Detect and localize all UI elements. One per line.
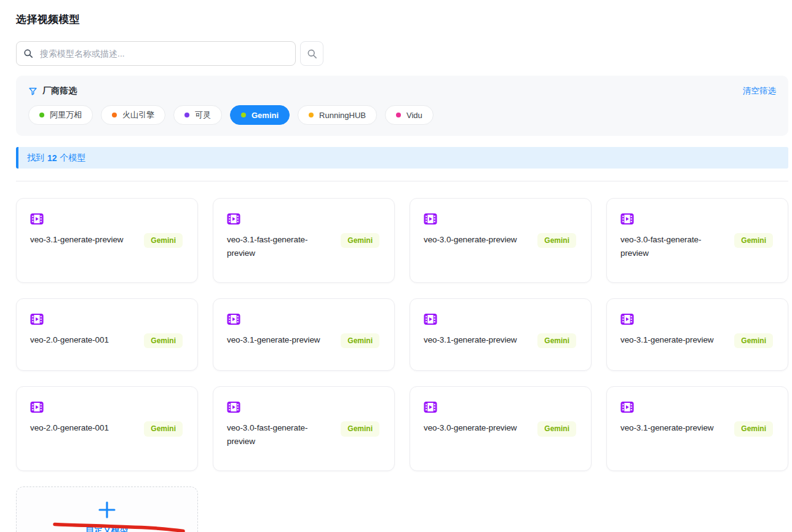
vendor-chip[interactable]: 可灵 [173,105,222,125]
model-name: veo-3.0-generate-preview [424,421,517,435]
film-video-icon [424,312,576,326]
model-card[interactable]: veo-3.1-generate-preview Gemini [16,198,198,283]
vendor-filter-panel: 厂商筛选 清空筛选 阿里万相 火山引擎 可灵 Gemini RunningHUB… [16,76,788,136]
section-divider [16,181,788,181]
film-video-icon [30,212,183,226]
vendor-dot-icon [241,113,246,117]
model-name-row: veo-3.1-generate-preview Gemini [30,233,183,248]
model-card[interactable]: veo-2.0-generate-001 Gemini [16,298,198,371]
vendor-badge: Gemini [537,233,576,248]
results-count: 12 [47,153,57,163]
vendor-chip[interactable]: Vidu [385,105,434,125]
clear-filter-link[interactable]: 清空筛选 [743,85,776,97]
model-picker-page: 选择视频模型 厂商筛选 清空筛选 阿里万相 [0,0,792,532]
vendor-badge: Gemini [734,333,773,348]
search-button-icon [307,49,317,59]
model-name-row: veo-3.1-generate-preview Gemini [227,333,379,348]
results-count-bar: 找到 12 个模型 [16,147,788,169]
film-video-icon [30,400,183,414]
filter-header: 厂商筛选 清空筛选 [28,85,776,97]
model-name-row: veo-3.0-fast-generate-preview Gemini [620,233,773,260]
results-prefix: 找到 [27,153,44,164]
film-video-icon [620,212,773,226]
model-card[interactable]: veo-2.0-generate-001 Gemini [16,386,198,471]
vendor-chip-label: RunningHUB [319,111,366,120]
vendor-chip[interactable]: 阿里万相 [28,105,93,125]
custom-model-label: 自定义模型 [85,525,129,532]
film-video-icon [620,400,773,414]
vendor-badge: Gemini [144,233,183,248]
model-card[interactable]: veo-3.0-fast-generate-preview Gemini [213,386,395,471]
model-card[interactable]: veo-3.1-generate-preview Gemini [606,298,788,371]
vendor-badge: Gemini [734,421,773,436]
vendor-chip-label: 火山引擎 [122,109,154,121]
search-button[interactable] [300,41,323,66]
model-name-row: veo-3.0-fast-generate-preview Gemini [227,421,379,448]
film-video-icon [227,212,379,226]
vendor-badge: Gemini [341,233,379,248]
model-name: veo-3.1-generate-preview [30,233,123,247]
vendor-dot-icon [309,113,314,117]
model-name-row: veo-2.0-generate-001 Gemini [30,421,183,436]
model-card[interactable]: veo-3.0-fast-generate-preview Gemini [606,198,788,283]
model-name: veo-2.0-generate-001 [30,421,109,435]
model-card[interactable]: veo-3.1-generate-preview Gemini [606,386,788,471]
vendor-badge: Gemini [341,333,379,348]
search-input-wrap [16,41,296,66]
model-name: veo-3.0-fast-generate-preview [227,421,335,448]
model-name: veo-3.0-generate-preview [424,233,517,247]
custom-model-card[interactable]: 自定义模型 [16,486,198,532]
model-name-row: veo-3.1-generate-preview Gemini [620,421,773,436]
model-card[interactable]: veo-3.0-generate-preview Gemini [410,386,592,471]
vendor-chip-label: Gemini [251,111,279,120]
search-input[interactable] [16,41,296,66]
model-card[interactable]: veo-3.1-generate-preview Gemini [410,298,592,371]
vendor-chip-label: Vidu [406,111,422,120]
vendor-dot-icon [39,113,44,117]
vendor-badge: Gemini [144,421,183,436]
vendor-badge: Gemini [537,333,576,348]
model-name-row: veo-2.0-generate-001 Gemini [30,333,183,348]
vendor-chip[interactable]: 火山引擎 [101,105,165,125]
vendor-dot-icon [396,113,401,117]
model-name: veo-3.1-generate-preview [424,333,517,347]
results-suffix: 个模型 [60,153,86,164]
vendor-chip-label: 可灵 [195,109,211,121]
film-video-icon [227,312,379,326]
model-name: veo-3.1-generate-preview [620,421,713,435]
model-name-row: veo-3.0-generate-preview Gemini [424,233,576,248]
filter-title-label: 厂商筛选 [42,85,77,97]
model-card[interactable]: veo-3.1-fast-generate-preview Gemini [213,198,395,283]
vendor-dot-icon [184,113,189,117]
model-name: veo-3.1-generate-preview [620,333,713,347]
film-video-icon [620,312,773,326]
model-name: veo-3.1-generate-preview [227,333,320,347]
vendor-badge: Gemini [341,421,379,436]
model-name-row: veo-3.1-generate-preview Gemini [620,333,773,348]
film-video-icon [227,400,379,414]
model-card[interactable]: veo-3.0-generate-preview Gemini [410,198,592,283]
model-name: veo-2.0-generate-001 [30,333,109,347]
film-video-icon [30,312,183,326]
film-video-icon [424,212,576,226]
page-title: 选择视频模型 [16,12,788,26]
model-name: veo-3.0-fast-generate-preview [620,233,728,260]
plus-icon [97,499,117,520]
vendor-dot-icon [112,113,117,117]
vendor-chip-label: 阿里万相 [50,109,82,121]
model-name-row: veo-3.1-generate-preview Gemini [424,333,576,348]
search-row [16,41,788,66]
filter-title: 厂商筛选 [28,85,77,97]
models-grid: veo-3.1-generate-preview Gemini veo-3.1-… [16,198,788,532]
model-name: veo-3.1-fast-generate-preview [227,233,335,260]
model-card[interactable]: veo-3.1-generate-preview Gemini [213,298,395,371]
film-video-icon [424,400,576,414]
vendor-chip[interactable]: RunningHUB [298,105,377,125]
model-name-row: veo-3.1-fast-generate-preview Gemini [227,233,379,260]
funnel-icon [28,87,38,96]
vendor-badge: Gemini [537,421,576,436]
vendor-chip[interactable]: Gemini [230,105,290,125]
search-icon [23,49,33,58]
vendor-chips: 阿里万相 火山引擎 可灵 Gemini RunningHUB Vidu [28,105,776,125]
vendor-badge: Gemini [734,233,773,248]
